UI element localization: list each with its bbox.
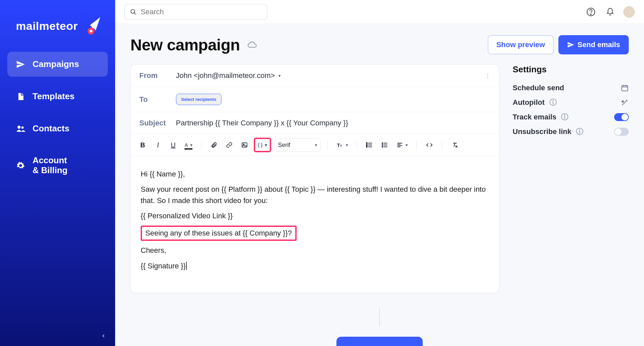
sidebar-item-label: Account & Billing: [33, 156, 67, 175]
chevron-left-icon: ‹: [102, 331, 105, 340]
sidebar-nav: Campaigns Templates Contacts Account & B…: [0, 52, 115, 183]
svg-text:T: T: [337, 143, 340, 148]
font-family-select[interactable]: Serif ▾: [274, 138, 321, 152]
chevron-down-icon: ▾: [315, 142, 317, 148]
from-text: John <john@mailmeteor.com>: [176, 71, 275, 80]
merge-variable-button-highlighted: { }: [254, 138, 271, 152]
body-line: {{ Signature }}: [141, 260, 489, 272]
from-row: From John <john@mailmeteor.com> ▾ ⋮: [131, 65, 499, 87]
bold-button[interactable]: B: [137, 139, 149, 151]
main: New campaign Show preview Send emails: [115, 0, 644, 346]
brand-meteor-icon: [82, 17, 101, 35]
image-button[interactable]: [239, 139, 250, 151]
from-label: From: [139, 71, 176, 80]
brand: mailmeteor: [0, 0, 115, 52]
ordered-list-button[interactable]: 123: [364, 139, 376, 151]
attach-button[interactable]: [208, 139, 220, 151]
add-step-pill[interactable]: [336, 337, 423, 346]
compose-more-button[interactable]: ⋮: [485, 73, 490, 79]
setting-schedule-send[interactable]: Schedule send: [513, 81, 629, 95]
email-body[interactable]: Hi {{ Name }}, Saw your recent post on {…: [131, 156, 499, 284]
svg-point-15: [382, 146, 383, 147]
show-preview-button[interactable]: Show preview: [488, 35, 554, 54]
topbar-right: [585, 6, 635, 18]
toolbar-separator: [442, 141, 442, 149]
page-actions: Show preview Send emails: [488, 35, 629, 54]
sidebar: mailmeteor Campaigns Templates: [0, 0, 115, 346]
body-line: Cheers,: [141, 245, 489, 256]
setting-track-emails[interactable]: Track emails ⓘ: [513, 110, 629, 124]
subject-row: Subject: [131, 112, 499, 134]
send-icon: [567, 41, 574, 48]
body-line: {{ Personalized Video Link }}: [141, 210, 489, 222]
merge-variable-button[interactable]: { }: [256, 139, 269, 151]
send-icon: [16, 60, 25, 69]
font-family-value: Serif: [278, 142, 290, 149]
search-box[interactable]: [124, 4, 267, 20]
subject-input[interactable]: [176, 119, 490, 127]
search-input[interactable]: [141, 8, 261, 16]
svg-point-2: [21, 126, 24, 129]
search-icon: [130, 9, 137, 15]
align-button[interactable]: [394, 139, 410, 151]
toolbar-separator: [201, 141, 201, 149]
gear-icon: [16, 161, 25, 170]
info-icon: ⓘ: [576, 127, 583, 136]
cloud-sync-icon: [247, 40, 257, 50]
select-recipients-button[interactable]: Select recipients: [176, 94, 222, 105]
content: New campaign Show preview Send emails: [115, 24, 644, 346]
sidebar-collapse-button[interactable]: ‹: [98, 330, 109, 341]
avatar[interactable]: [623, 6, 635, 18]
brand-name: mailmeteor: [16, 20, 78, 33]
svg-point-5: [591, 14, 591, 14]
font-size-button[interactable]: TT: [334, 139, 350, 151]
sidebar-item-templates[interactable]: Templates: [7, 84, 108, 109]
font-color-button[interactable]: A: [182, 139, 194, 151]
to-label: To: [139, 95, 176, 104]
help-button[interactable]: [585, 6, 597, 18]
info-icon: ⓘ: [549, 98, 557, 106]
svg-rect-6: [242, 143, 247, 147]
italic-button[interactable]: I: [152, 139, 164, 151]
page-header: New campaign Show preview Send emails: [130, 35, 629, 54]
send-emails-button[interactable]: Send emails: [558, 35, 629, 54]
settings-title: Settings: [513, 64, 629, 75]
track-emails-toggle[interactable]: [614, 113, 629, 121]
from-value[interactable]: John <john@mailmeteor.com> ▾: [176, 71, 281, 80]
code-button[interactable]: [423, 139, 435, 151]
people-icon: [16, 124, 25, 133]
underline-button[interactable]: U: [167, 139, 179, 151]
sidebar-item-label: Templates: [33, 91, 75, 102]
chevron-down-icon: ▾: [278, 73, 281, 78]
setting-label: Unsubscribe link: [513, 127, 571, 136]
wand-icon: [621, 99, 629, 106]
info-icon: ⓘ: [561, 113, 568, 121]
file-icon: [16, 92, 25, 101]
notifications-button[interactable]: [604, 6, 616, 18]
subject-label: Subject: [139, 119, 176, 127]
sidebar-item-campaigns[interactable]: Campaigns: [7, 52, 108, 77]
sequence-connector-line: [379, 308, 380, 327]
setting-unsubscribe-link[interactable]: Unsubscribe link ⓘ: [513, 124, 629, 139]
svg-text:3: 3: [366, 146, 367, 148]
sidebar-item-label: Campaigns: [33, 59, 79, 69]
sidebar-item-label: Contacts: [33, 123, 69, 134]
setting-autopilot[interactable]: Autopilot ⓘ: [513, 95, 629, 110]
link-button[interactable]: [223, 139, 235, 151]
topbar: [115, 0, 644, 24]
unordered-list-button[interactable]: [379, 139, 391, 151]
unsubscribe-toggle[interactable]: [614, 128, 629, 136]
editor-toolbar: B I U A: [131, 134, 499, 156]
toolbar-separator: [327, 141, 328, 149]
setting-label: Schedule send: [513, 84, 564, 92]
sidebar-item-account-billing[interactable]: Account & Billing: [7, 148, 108, 183]
sidebar-item-contacts[interactable]: Contacts: [7, 116, 108, 141]
clear-formatting-button[interactable]: [449, 139, 461, 151]
to-row: To Select recipients: [131, 87, 499, 112]
settings-panel: Settings Schedule send Autopilot ⓘ: [513, 64, 629, 139]
button-label: Show preview: [496, 40, 545, 49]
body-line-highlighted: Seeing any of these issues at {{ Company…: [141, 226, 489, 241]
svg-text:T: T: [340, 144, 342, 148]
svg-point-13: [382, 143, 383, 144]
page-title: New campaign: [130, 36, 240, 54]
